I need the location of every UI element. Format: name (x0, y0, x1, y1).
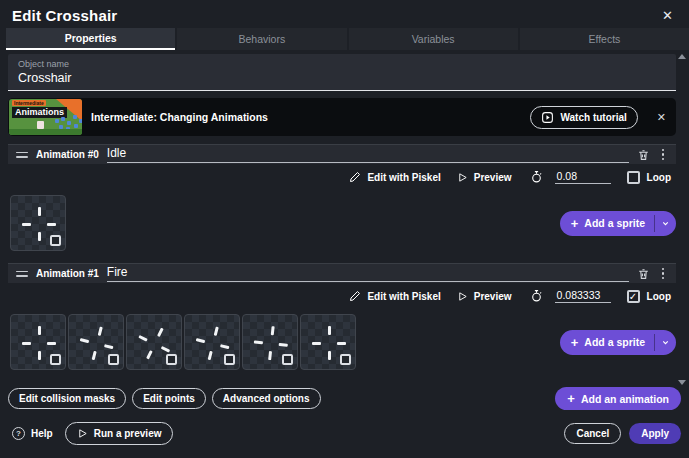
plus-icon: + (567, 392, 575, 405)
animation-0-controls: Edit with Piskel Preview 0.08 Loop (8, 164, 676, 190)
object-name-field[interactable]: Object name Crosshair (8, 54, 676, 91)
sprite-frame[interactable] (242, 314, 298, 370)
apply-button[interactable]: Apply (629, 423, 681, 444)
run-preview-button[interactable]: Run a preview (65, 422, 174, 445)
animation-index-label: Animation #1 (36, 268, 99, 279)
edit-with-piskel-button[interactable]: Edit with Piskel (349, 171, 440, 183)
animation-section-0: Animation #0 Idle Edit with Piskel (8, 144, 676, 251)
thumbnail-ground-decoration (9, 129, 82, 135)
play-icon (77, 428, 88, 439)
add-sprite-button[interactable]: + Add a sprite (560, 211, 654, 236)
dialog-footer: ? Help Run a preview Cancel Apply (0, 422, 689, 445)
frame-select-checkbox[interactable] (224, 354, 235, 365)
play-icon (457, 291, 468, 302)
animation-menu-icon[interactable] (658, 149, 668, 161)
object-name-label: Object name (18, 59, 666, 69)
object-tools-row: Edit collision masks Edit points Advance… (0, 387, 689, 410)
object-name-value[interactable]: Crosshair (18, 71, 666, 85)
thumbnail-enemies-decoration (55, 119, 59, 123)
frame-select-checkbox[interactable] (282, 354, 293, 365)
tab-bar: Properties Behaviors Variables Effects (6, 28, 689, 50)
animation-0-header: Animation #0 Idle (8, 144, 676, 164)
scroll-up-arrow-icon[interactable] (678, 54, 686, 59)
pencil-icon (349, 171, 361, 183)
cancel-button[interactable]: Cancel (564, 423, 621, 444)
scroll-down-arrow-icon[interactable] (678, 380, 686, 385)
animation-name-input[interactable]: Fire (107, 265, 629, 282)
dialog-header: Edit Crosshair ✕ (0, 0, 689, 28)
dialog-title: Edit Crosshair (12, 7, 117, 24)
edit-with-piskel-label: Edit with Piskel (367, 172, 440, 183)
animation-name-input[interactable]: Idle (107, 146, 629, 163)
add-sprite-split-button: + Add a sprite (560, 211, 676, 236)
drag-handle-icon[interactable] (16, 152, 28, 158)
help-button[interactable]: ? Help (12, 427, 53, 440)
add-animation-label: Add an animation (581, 393, 669, 405)
animation-menu-icon[interactable] (658, 268, 668, 280)
help-question-icon: ? (12, 427, 25, 440)
sprite-frame[interactable] (10, 314, 66, 370)
animation-section-1: Animation #1 Fire Edit with Piskel (8, 263, 676, 370)
drag-handle-icon[interactable] (16, 271, 28, 277)
crosshair-sprite (63, 309, 128, 374)
time-between-frames-input[interactable]: 0.08 (555, 170, 611, 184)
tab-effects[interactable]: Effects (520, 28, 689, 50)
sprite-frame[interactable] (10, 195, 66, 251)
crosshair-sprite (179, 309, 244, 374)
pencil-icon (349, 290, 361, 302)
frame-select-checkbox[interactable] (108, 354, 119, 365)
video-play-icon (541, 111, 554, 124)
time-between-frames-input[interactable]: 0.083333 (555, 289, 611, 303)
animation-1-header: Animation #1 Fire (8, 263, 676, 283)
sprite-frame[interactable] (126, 314, 182, 370)
play-icon (457, 172, 468, 183)
frame-select-checkbox[interactable] (166, 354, 177, 365)
banner-close-icon[interactable]: ✕ (647, 107, 676, 128)
edit-with-piskel-label: Edit with Piskel (367, 291, 440, 302)
plus-icon: + (571, 336, 579, 349)
loop-checkbox-unchecked[interactable] (627, 171, 640, 184)
loop-label: Loop (647, 291, 671, 302)
preview-button[interactable]: Preview (457, 291, 512, 302)
preview-label: Preview (474, 291, 512, 302)
delete-animation-icon[interactable] (637, 148, 650, 162)
add-sprite-button[interactable]: + Add a sprite (560, 330, 654, 355)
tab-behaviors[interactable]: Behaviors (177, 28, 346, 50)
tutorial-banner: Intermediate Animations Intermediate: Ch… (8, 98, 676, 136)
watch-tutorial-label: Watch tutorial (560, 112, 626, 123)
frame-select-checkbox[interactable] (50, 235, 61, 246)
edit-object-dialog: Edit Crosshair ✕ Properties Behaviors Va… (0, 0, 689, 458)
add-sprite-dropdown-button[interactable] (655, 211, 676, 236)
tab-variables[interactable]: Variables (349, 28, 518, 50)
dialog-close-icon[interactable]: ✕ (658, 6, 677, 25)
frame-select-checkbox[interactable] (340, 354, 351, 365)
sprite-frame[interactable] (68, 314, 124, 370)
crosshair-sprite (118, 306, 190, 378)
thumbnail-title: Animations (12, 107, 67, 118)
tutorial-title: Intermediate: Changing Animations (91, 111, 521, 123)
loop-label: Loop (647, 172, 671, 183)
tab-properties[interactable]: Properties (6, 28, 175, 50)
tutorial-thumbnail[interactable]: Intermediate Animations (9, 99, 82, 135)
animation-0-sprites: + Add a sprite (10, 195, 676, 251)
sprite-frame[interactable] (300, 314, 356, 370)
chevron-down-icon (661, 219, 670, 228)
sprite-frame[interactable] (184, 314, 240, 370)
frame-select-checkbox[interactable] (50, 354, 61, 365)
add-animation-button[interactable]: + Add an animation (555, 387, 681, 410)
preview-button[interactable]: Preview (457, 172, 512, 183)
add-sprite-dropdown-button[interactable] (655, 330, 676, 355)
edit-collision-masks-button[interactable]: Edit collision masks (8, 388, 126, 409)
edit-points-button[interactable]: Edit points (132, 388, 206, 409)
help-label: Help (31, 428, 53, 439)
loop-checkbox-checked[interactable]: ✓ (627, 290, 640, 303)
watch-tutorial-button[interactable]: Watch tutorial (530, 106, 637, 129)
advanced-options-button[interactable]: Advanced options (212, 388, 321, 409)
animation-index-label: Animation #0 (36, 149, 99, 160)
add-sprite-label: Add a sprite (584, 217, 645, 229)
properties-panel: Object name Crosshair Intermediate Anima… (0, 50, 689, 387)
plus-icon: + (571, 217, 579, 230)
edit-with-piskel-button[interactable]: Edit with Piskel (349, 290, 440, 302)
delete-animation-icon[interactable] (637, 267, 650, 281)
animation-1-controls: Edit with Piskel Preview 0.083333 ✓ Loop (8, 283, 676, 309)
